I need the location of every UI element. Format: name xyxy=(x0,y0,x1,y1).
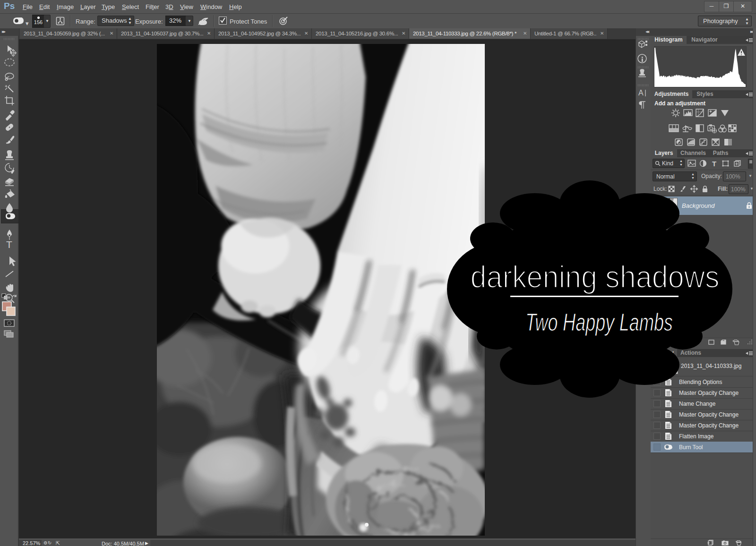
svg-text:T: T xyxy=(712,160,716,167)
svg-text:A: A xyxy=(638,89,644,97)
svg-text:darkening shadows: darkening shadows xyxy=(471,259,720,294)
svg-text:Two Happy Lambs: Two Happy Lambs xyxy=(525,308,673,336)
svg-text:T: T xyxy=(6,239,12,250)
